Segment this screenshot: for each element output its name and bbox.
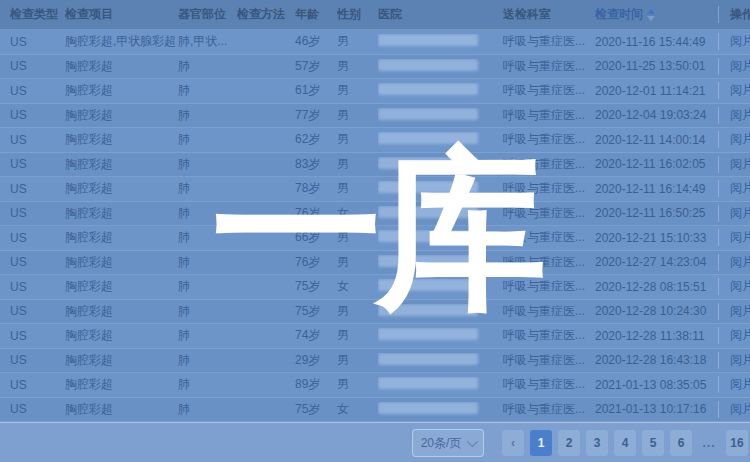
cell-organ: 肺 bbox=[178, 303, 237, 320]
cell-organ: 肺 bbox=[178, 376, 237, 393]
cell-gender: 女 bbox=[337, 278, 378, 295]
cell-item: 胸腔彩超 bbox=[65, 107, 178, 124]
cell-dept: 呼吸与重症医... bbox=[503, 401, 595, 418]
view-film-link[interactable]: 阅片 bbox=[730, 108, 750, 122]
cell-hospital bbox=[378, 377, 503, 392]
page-button-2[interactable]: 2 bbox=[558, 430, 580, 456]
view-film-link[interactable]: 阅片 bbox=[730, 59, 750, 73]
pager: ‹ 123456...16 bbox=[502, 430, 748, 456]
view-film-link[interactable]: 阅片 bbox=[730, 304, 750, 318]
cell-organ: 肺,甲状... bbox=[178, 33, 237, 50]
pager-more-icon[interactable]: ... bbox=[698, 430, 720, 456]
column-header-method: 检查方法 bbox=[237, 6, 295, 23]
view-film-link[interactable]: 阅片 bbox=[730, 206, 750, 220]
hospital-redacted-bar bbox=[378, 279, 478, 291]
cell-gender: 男 bbox=[337, 107, 378, 124]
cell-time: 2020-12-21 15:10:33 bbox=[595, 231, 718, 245]
cell-type: US bbox=[10, 280, 65, 294]
table-row: US胸腔彩超肺89岁男呼吸与重症医...2021-01-13 08:35:05阅… bbox=[0, 373, 750, 398]
cell-time: 2020-11-25 13:50:01 bbox=[595, 59, 718, 73]
cell-age: 83岁 bbox=[295, 156, 337, 173]
view-film-link[interactable]: 阅片 bbox=[730, 83, 750, 97]
cell-hospital bbox=[378, 132, 503, 147]
cell-item: 胸腔彩超 bbox=[65, 327, 178, 344]
cell-age: 62岁 bbox=[295, 131, 337, 148]
hospital-redacted-bar bbox=[378, 206, 478, 218]
cell-time: 2020-12-11 16:02:05 bbox=[595, 157, 718, 171]
cell-action: 阅片 bbox=[718, 327, 750, 344]
cell-age: 78岁 bbox=[295, 180, 337, 197]
hospital-redacted-bar bbox=[378, 402, 478, 414]
cell-gender: 女 bbox=[337, 205, 378, 222]
cell-item: 胸腔彩超 bbox=[65, 156, 178, 173]
cell-action: 阅片 bbox=[718, 229, 750, 246]
page-button-3[interactable]: 3 bbox=[586, 430, 608, 456]
page-button-6[interactable]: 6 bbox=[670, 430, 692, 456]
sort-caret-icon[interactable] bbox=[647, 9, 655, 21]
prev-page-button[interactable]: ‹ bbox=[502, 430, 524, 456]
table-footer: 20条/页 ‹ 123456...16 bbox=[0, 422, 750, 462]
column-header-exam-time-sortable[interactable]: 检查时间 bbox=[595, 6, 718, 23]
cell-hospital bbox=[378, 230, 503, 245]
table-header-row: 检查类型 检查项目 器官部位 检查方法 年龄 性别 医院 送检科室 检查时间 操… bbox=[0, 0, 750, 30]
column-header-exam-type: 检查类型 bbox=[10, 6, 65, 23]
column-header-action: 操作 bbox=[718, 6, 750, 23]
view-film-link[interactable]: 阅片 bbox=[730, 377, 750, 391]
cell-hospital bbox=[378, 181, 503, 196]
cell-gender: 男 bbox=[337, 180, 378, 197]
view-film-link[interactable]: 阅片 bbox=[730, 34, 750, 48]
cell-type: US bbox=[10, 206, 65, 220]
cell-action: 阅片 bbox=[718, 156, 750, 173]
cell-dept: 呼吸与重症医... bbox=[503, 33, 595, 50]
table-row: US胸腔彩超肺77岁男呼吸与重症医...2020-12-04 19:03:24阅… bbox=[0, 104, 750, 129]
cell-time: 2020-12-11 16:50:25 bbox=[595, 206, 718, 220]
table-row: US胸腔彩超,甲状腺彩超肺,甲状...46岁男呼吸与重症医...2020-11-… bbox=[0, 30, 750, 55]
view-film-link[interactable]: 阅片 bbox=[730, 132, 750, 146]
cell-age: 75岁 bbox=[295, 303, 337, 320]
cell-organ: 肺 bbox=[178, 131, 237, 148]
page-button-16[interactable]: 16 bbox=[726, 430, 748, 456]
cell-action: 阅片 bbox=[718, 107, 750, 124]
hospital-redacted-bar bbox=[378, 353, 478, 365]
view-film-link[interactable]: 阅片 bbox=[730, 402, 750, 416]
cell-dept: 呼吸与重症医... bbox=[503, 107, 595, 124]
cell-action: 阅片 bbox=[718, 131, 750, 148]
cell-action: 阅片 bbox=[718, 401, 750, 418]
cell-organ: 肺 bbox=[178, 327, 237, 344]
view-film-link[interactable]: 阅片 bbox=[730, 230, 750, 244]
page-button-5[interactable]: 5 bbox=[642, 430, 664, 456]
cell-item: 胸腔彩超 bbox=[65, 82, 178, 99]
hospital-redacted-bar bbox=[378, 157, 478, 169]
cell-hospital bbox=[378, 402, 503, 417]
cell-dept: 呼吸与重症医... bbox=[503, 229, 595, 246]
cell-type: US bbox=[10, 329, 65, 343]
cell-gender: 男 bbox=[337, 156, 378, 173]
cell-age: 76岁 bbox=[295, 254, 337, 271]
cell-item: 胸腔彩超 bbox=[65, 205, 178, 222]
table-row: US胸腔彩超肺75岁男呼吸与重症医...2020-12-28 10:24:30阅… bbox=[0, 300, 750, 325]
view-film-link[interactable]: 阅片 bbox=[730, 328, 750, 342]
cell-hospital bbox=[378, 353, 503, 368]
cell-type: US bbox=[10, 255, 65, 269]
view-film-link[interactable]: 阅片 bbox=[730, 181, 750, 195]
view-film-link[interactable]: 阅片 bbox=[730, 157, 750, 171]
cell-type: US bbox=[10, 133, 65, 147]
cell-item: 胸腔彩超,甲状腺彩超 bbox=[65, 33, 178, 50]
view-film-link[interactable]: 阅片 bbox=[730, 279, 750, 293]
view-film-link[interactable]: 阅片 bbox=[730, 353, 750, 367]
cell-organ: 肺 bbox=[178, 82, 237, 99]
page-button-4[interactable]: 4 bbox=[614, 430, 636, 456]
cell-time: 2020-12-11 14:00:14 bbox=[595, 133, 718, 147]
cell-type: US bbox=[10, 59, 65, 73]
exam-time-header-label: 检查时间 bbox=[595, 6, 643, 23]
table-row: US胸腔彩超肺75岁女呼吸与重症医...2021-01-13 10:17:16阅… bbox=[0, 398, 750, 423]
page-button-1[interactable]: 1 bbox=[530, 430, 552, 456]
hospital-redacted-bar bbox=[378, 83, 478, 95]
cell-organ: 肺 bbox=[178, 278, 237, 295]
cell-gender: 男 bbox=[337, 131, 378, 148]
cell-type: US bbox=[10, 402, 65, 416]
view-film-link[interactable]: 阅片 bbox=[730, 255, 750, 269]
cell-age: 29岁 bbox=[295, 352, 337, 369]
cell-age: 74岁 bbox=[295, 327, 337, 344]
page-size-select[interactable]: 20条/页 bbox=[412, 429, 484, 457]
